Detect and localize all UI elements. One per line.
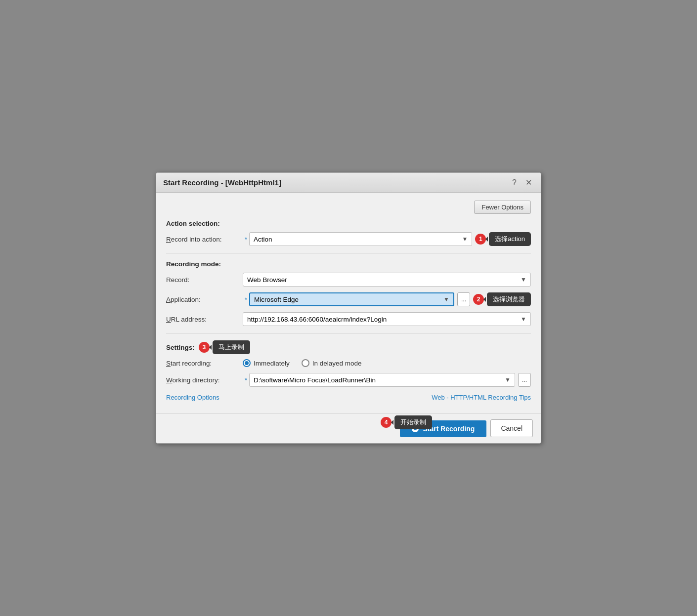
application-browse-button[interactable]: ... (457, 292, 470, 306)
record-into-action-value: Action (254, 236, 459, 243)
url-underline: U (166, 316, 171, 323)
start-recording-mode-row: Start recording: Immediately In delayed … (166, 359, 531, 367)
badge-4: 4 (381, 417, 392, 428)
settings-title: Settings: (166, 344, 195, 351)
chevron-down-icon-2: ▼ (521, 276, 526, 283)
start-recording-radio-wrap: Immediately In delayed mode (243, 359, 531, 367)
radio-delayed[interactable]: In delayed mode (302, 359, 362, 367)
tooltip1-wrap: 1 选择action (475, 232, 531, 246)
application-value: Microsoft Edge (254, 296, 440, 303)
title-bar: Start Recording - [WebHttpHtml1] ? ✕ (156, 173, 541, 193)
url-value: http://192.168.43.66:6060/aeaicrm/index?… (247, 316, 518, 323)
application-dropdown[interactable]: Microsoft Edge ▼ (249, 292, 454, 306)
tooltip-3-box: 马上录制 (213, 340, 250, 354)
tooltip-4-box: 开始录制 (394, 415, 432, 429)
working-dir-label: Working directory: (166, 376, 243, 384)
start-recording-label: Start recording: (166, 360, 243, 367)
tooltip3-wrap: 3 马上录制 (199, 340, 250, 354)
links-row: Recording Options Web - HTTP/HTML Record… (166, 394, 531, 401)
record-into-action-row: Record into action: * Action ▼ 1 选择actio… (166, 232, 531, 246)
badge-2: 2 (473, 294, 484, 305)
divider-1 (166, 253, 531, 253)
application-label: Application: (166, 296, 243, 303)
url-dropdown[interactable]: http://192.168.43.66:6060/aeaicrm/index?… (243, 312, 531, 326)
dialog-title: Start Recording - [WebHttpHtml1] (163, 178, 281, 187)
working-dir-dropdown[interactable]: D:\software\Micro Focus\LoadRunner\Bin ▼ (249, 373, 515, 387)
badge-1: 1 (475, 234, 486, 245)
recording-tips-link[interactable]: Web - HTTP/HTML Recording Tips (432, 394, 531, 401)
tooltip-2-box: 选择浏览器 (487, 292, 531, 306)
fewer-options-button[interactable]: Fewer Options (474, 201, 531, 214)
radio-immediately-label: Immediately (254, 360, 290, 367)
dialog-body: Fewer Options Action selection: Record i… (156, 193, 541, 413)
dialog-footer: 4 开始录制 Start Recording Cancel (156, 413, 541, 443)
radio-outer-immediately (243, 359, 251, 367)
cancel-button[interactable]: Cancel (490, 419, 533, 437)
help-button[interactable]: ? (510, 178, 519, 187)
record-into-action-dropdown[interactable]: Action ▼ (249, 232, 472, 246)
working-dir-row: Working directory: * D:\software\Micro F… (166, 373, 531, 387)
label-underline-char: R (166, 236, 171, 243)
recording-mode-title: Recording mode: (166, 260, 531, 268)
url-control-wrap: http://192.168.43.66:6060/aeaicrm/index?… (243, 312, 531, 326)
close-button[interactable]: ✕ (523, 178, 534, 187)
record-into-action-label: Record into action: (166, 236, 243, 243)
sr-underline: S (166, 360, 171, 367)
top-right-area: Fewer Options (166, 201, 531, 214)
divider-2 (166, 333, 531, 333)
app-underline: A (166, 296, 171, 303)
required-star-action: * (245, 236, 247, 243)
application-control-wrap: Microsoft Edge ▼ ... 2 选择浏览器 (249, 292, 531, 306)
badge-3: 3 (199, 342, 210, 353)
working-dir-control-wrap: D:\software\Micro Focus\LoadRunner\Bin ▼… (249, 373, 531, 387)
record-value: Web Browser (247, 276, 518, 284)
required-star-wd: * (245, 376, 247, 384)
working-dir-browse-button[interactable]: ... (518, 373, 531, 387)
tooltip-1-box: 选择action (489, 232, 531, 246)
working-dir-value: D:\software\Micro Focus\LoadRunner\Bin (254, 376, 502, 384)
recording-options-link[interactable]: Recording Options (166, 394, 219, 401)
action-selection-title: Action selection: (166, 220, 531, 227)
tooltip2-wrap: 2 选择浏览器 (473, 292, 531, 306)
chevron-down-icon: ▼ (462, 236, 468, 243)
dialog-window: Start Recording - [WebHttpHtml1] ? ✕ Few… (156, 172, 541, 444)
footer-tooltip-wrap: 4 开始录制 (381, 415, 432, 429)
action-control-wrap: Action ▼ 1 选择action (249, 232, 531, 246)
chevron-down-icon-4: ▼ (521, 316, 526, 323)
chevron-down-icon-3: ▼ (443, 296, 449, 303)
application-row: Application: * Microsoft Edge ▼ ... 2 选择… (166, 292, 531, 306)
radio-outer-delayed (302, 359, 309, 367)
url-row: URL address: http://192.168.43.66:6060/a… (166, 312, 531, 326)
radio-delayed-label: In delayed mode (312, 360, 362, 367)
settings-title-row: Settings: 3 马上录制 (166, 340, 531, 354)
title-bar-buttons: ? ✕ (510, 178, 534, 187)
chevron-down-icon-5: ▼ (505, 376, 511, 383)
required-star-app: * (245, 296, 247, 303)
radio-group: Immediately In delayed mode (243, 359, 362, 367)
record-control-wrap: Web Browser ▼ (243, 273, 531, 287)
url-label: URL address: (166, 316, 243, 323)
record-dropdown[interactable]: Web Browser ▼ (243, 273, 531, 287)
record-label: Record: (166, 276, 243, 284)
record-row: Record: Web Browser ▼ (166, 273, 531, 287)
wd-underline: W (166, 376, 173, 384)
radio-immediately[interactable]: Immediately (243, 359, 290, 367)
radio-inner-immediately (245, 361, 249, 365)
